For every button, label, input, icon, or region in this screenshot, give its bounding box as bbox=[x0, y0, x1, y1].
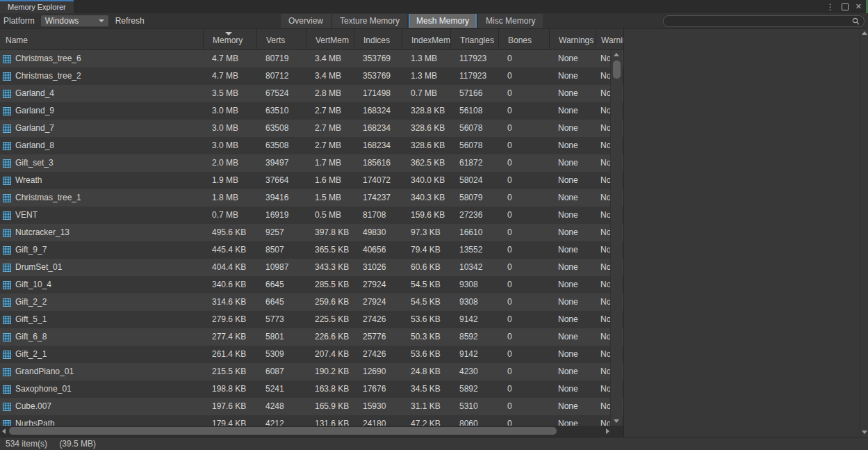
cell-name: Wreath bbox=[0, 172, 203, 189]
table-row[interactable]: Saxophone_01198.8 KB5241163.8 KB1767634.… bbox=[0, 380, 623, 398]
column-header-indices[interactable]: Indices bbox=[354, 29, 402, 49]
table-row[interactable]: Gift_2_2314.6 KB6645259.6 KB2792454.5 KB… bbox=[0, 294, 623, 311]
table-row[interactable]: Garland_43.5 MB675242.8 MB1714980.7 MB57… bbox=[0, 85, 623, 102]
cell-bones: 0 bbox=[498, 311, 549, 328]
cell-indices: 353769 bbox=[354, 67, 402, 85]
column-header-vertmem[interactable]: VertMem bbox=[306, 29, 354, 49]
scroll-down-icon[interactable] bbox=[614, 419, 619, 423]
cell-warnings: None bbox=[549, 276, 596, 294]
cell-memory: 277.4 KB bbox=[203, 328, 256, 346]
cell-indexmem: 54.5 KB bbox=[402, 276, 450, 294]
cell-bones: 0 bbox=[498, 172, 549, 189]
table-row[interactable]: Garland_93.0 MB635102.7 MB168324328.8 KB… bbox=[0, 102, 623, 120]
cell-name: Gift_2_2 bbox=[0, 294, 203, 311]
cell-bones: 0 bbox=[498, 137, 549, 154]
table-row[interactable]: Christmas_tree_24.7 MB807123.4 MB3537691… bbox=[0, 67, 623, 85]
horizontal-scrollbar-thumb[interactable] bbox=[9, 427, 557, 435]
column-header-indexmem[interactable]: IndexMem bbox=[402, 29, 450, 49]
cell-vertmem: 2.8 MB bbox=[306, 85, 354, 102]
window-vertical-scrollbar[interactable] bbox=[860, 29, 868, 437]
column-header-memory[interactable]: Memory bbox=[203, 29, 256, 49]
tab-texture-memory[interactable]: Texture Memory bbox=[332, 14, 407, 28]
table-row[interactable]: Cube.007197.6 KB4248165.9 KB1593031.1 KB… bbox=[0, 398, 623, 415]
cell-verts: 39416 bbox=[256, 189, 306, 207]
table-row[interactable]: Nutcracker_13495.6 KB9257397.8 KB4983097… bbox=[0, 224, 623, 241]
table-row[interactable]: Christmas_tree_11.8 MB394161.5 MB1742373… bbox=[0, 189, 623, 207]
cell-bones: 0 bbox=[498, 120, 549, 137]
scroll-right-icon[interactable] bbox=[606, 428, 609, 434]
cell-triangles: 9142 bbox=[450, 346, 498, 363]
cell-verts: 80712 bbox=[256, 67, 306, 85]
column-header-warnings-2[interactable]: Warnings bbox=[596, 29, 623, 49]
table-row[interactable]: VENT0.7 MB169190.5 MB81708159.6 KB272360… bbox=[0, 207, 623, 224]
cell-warnings: None bbox=[549, 363, 596, 380]
mesh-name: NurbsPath bbox=[15, 415, 55, 426]
cell-bones: 0 bbox=[498, 241, 549, 259]
table-row[interactable]: Garland_73.0 MB635082.7 MB168234328.6 KB… bbox=[0, 120, 623, 137]
table-vertical-scrollbar[interactable] bbox=[610, 50, 622, 426]
cell-indexmem: 50.3 KB bbox=[402, 328, 450, 346]
cell-warnings: None bbox=[549, 172, 596, 189]
mesh-icon bbox=[3, 420, 11, 426]
table-row[interactable]: Gift_2_1261.4 KB5309207.4 KB2742653.6 KB… bbox=[0, 346, 623, 363]
column-header-name[interactable]: Name bbox=[0, 29, 203, 49]
scroll-up-icon[interactable] bbox=[614, 53, 619, 56]
tab-mesh-memory[interactable]: Mesh Memory bbox=[409, 14, 477, 28]
column-header-verts[interactable]: Verts bbox=[256, 29, 306, 49]
column-header-warnings[interactable]: Warnings bbox=[549, 29, 596, 49]
cell-indexmem: 60.6 KB bbox=[402, 259, 450, 276]
cell-warnings: None bbox=[549, 120, 596, 137]
cell-indexmem: 340.0 KB bbox=[402, 172, 450, 189]
table-row[interactable]: Christmas_tree_64.7 MB807193.4 MB3537691… bbox=[0, 50, 623, 67]
column-header-label: VertMem bbox=[316, 35, 349, 45]
vertical-scrollbar-thumb[interactable] bbox=[613, 61, 621, 79]
mesh-name: Garland_4 bbox=[15, 85, 54, 102]
cell-indexmem: 0.7 MB bbox=[402, 85, 450, 102]
outer-scroll-down-icon[interactable] bbox=[862, 431, 867, 434]
cell-verts: 8507 bbox=[256, 241, 306, 259]
cell-indices: 174237 bbox=[354, 189, 402, 207]
tab-overview[interactable]: Overview bbox=[281, 14, 331, 28]
table-row[interactable]: DrumSet_01404.4 KB10987343.3 KB3102660.6… bbox=[0, 259, 623, 276]
toolbar: Platform Windows Refresh OverviewTexture… bbox=[0, 13, 868, 29]
table-horizontal-scrollbar[interactable] bbox=[0, 426, 623, 437]
maximize-icon[interactable] bbox=[842, 3, 849, 10]
cell-triangles: 5892 bbox=[450, 380, 498, 398]
close-icon[interactable]: ✕ bbox=[855, 3, 862, 10]
cell-name: Gift_2_1 bbox=[0, 346, 203, 363]
scroll-left-icon[interactable] bbox=[2, 428, 6, 434]
cell-bones: 0 bbox=[498, 102, 549, 120]
table-row[interactable]: Gift_9_7445.4 KB8507365.5 KB4065679.4 KB… bbox=[0, 241, 623, 259]
cell-triangles: 4230 bbox=[450, 363, 498, 380]
refresh-button[interactable]: Refresh bbox=[115, 16, 145, 26]
table-row[interactable]: Wreath1.9 MB376641.6 MB174072340.0 KB580… bbox=[0, 172, 623, 189]
table-row[interactable]: NurbsPath179.4 KB4212131.6 KB2418047.2 K… bbox=[0, 415, 623, 426]
table-row[interactable]: Garland_83.0 MB635082.7 MB168234328.6 KB… bbox=[0, 137, 623, 154]
cell-vertmem: 226.6 KB bbox=[306, 328, 354, 346]
tab-misc-memory[interactable]: Misc Memory bbox=[478, 14, 543, 28]
column-header-triangles[interactable]: Triangles bbox=[450, 29, 498, 49]
column-header-bones[interactable]: Bones bbox=[498, 29, 549, 49]
table-row[interactable]: Gift_6_8277.4 KB5801226.6 KB2577650.3 KB… bbox=[0, 328, 623, 346]
search-box[interactable] bbox=[663, 15, 865, 27]
platform-dropdown[interactable]: Windows bbox=[41, 15, 108, 26]
cell-memory: 1.8 MB bbox=[203, 189, 256, 207]
mesh-icon bbox=[3, 368, 11, 376]
table-row[interactable]: Gift_5_1279.6 KB5773225.5 KB2742653.6 KB… bbox=[0, 311, 623, 328]
table-row[interactable]: Gift_set_32.0 MB394971.7 MB185616362.5 K… bbox=[0, 154, 623, 172]
cell-vertmem: 2.7 MB bbox=[306, 137, 354, 154]
window-tab-memory-explorer[interactable]: Memory Explorer bbox=[0, 0, 74, 13]
cell-indices: 174072 bbox=[354, 172, 402, 189]
cell-verts: 67524 bbox=[256, 85, 306, 102]
cell-indexmem: 53.6 KB bbox=[402, 346, 450, 363]
kebab-menu-icon[interactable]: ⋮ bbox=[826, 3, 835, 11]
outer-scroll-up-icon[interactable] bbox=[862, 31, 867, 35]
table-row[interactable]: Gift_10_4340.6 KB6645285.5 KB2792454.5 K… bbox=[0, 276, 623, 294]
cell-verts: 37664 bbox=[256, 172, 306, 189]
search-input[interactable] bbox=[664, 16, 852, 26]
mesh-icon bbox=[3, 72, 11, 81]
cell-triangles: 117923 bbox=[450, 67, 498, 85]
cell-triangles: 58079 bbox=[450, 189, 498, 207]
table-row[interactable]: GrandPiano_01215.5 KB6087190.2 KB1269024… bbox=[0, 363, 623, 380]
cell-verts: 63510 bbox=[256, 102, 306, 120]
